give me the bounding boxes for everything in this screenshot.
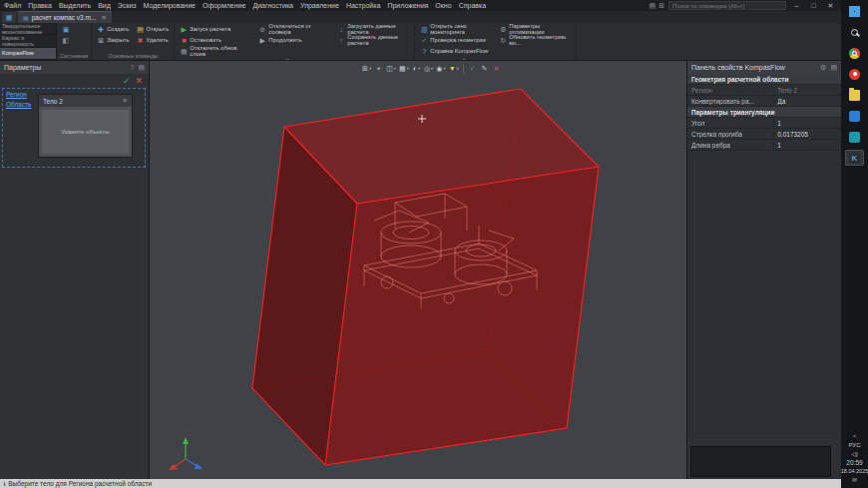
- ribbon-btn-optimization-params[interactable]: ⚙Параметры оптимизации: [497, 24, 573, 35]
- cancel-button[interactable]: ✕: [135, 76, 143, 86]
- menu-item-2[interactable]: Выделить: [59, 2, 91, 9]
- taskbar-icon-file-explorer[interactable]: [845, 87, 864, 103]
- property-value[interactable]: 0.0173205: [773, 131, 841, 138]
- ribbon-btn-kompasflow-help[interactable]: ?Справка KompasFlow: [418, 46, 494, 57]
- instrument-tab-каркас-и-поверхность[interactable]: Каркас и поверхность: [0, 35, 56, 47]
- menu-item-3[interactable]: Вид: [98, 2, 111, 9]
- menu-item-8[interactable]: Управление: [300, 2, 339, 9]
- ribbon-btn-open-project[interactable]: ▤Открыть: [135, 24, 172, 35]
- minimize-button[interactable]: –: [790, 2, 803, 9]
- menu-item-11[interactable]: Окно: [435, 2, 451, 9]
- maximize-button[interactable]: □: [807, 2, 820, 9]
- body-card[interactable]: Тело 2 ✕ Укажите объекты: [38, 94, 133, 158]
- menu-item-5[interactable]: Моделирование: [144, 2, 196, 9]
- property-value[interactable]: Да: [773, 98, 841, 105]
- frame-select-icon[interactable]: ⊞▾: [361, 63, 372, 74]
- scene-canvas[interactable]: [150, 61, 686, 479]
- ribbon-btn-continue-calculation[interactable]: ▶Продолжить: [256, 35, 332, 46]
- taskbar-icon-app-red[interactable]: [845, 66, 864, 82]
- taskbar-icon-browser[interactable]: [845, 45, 864, 61]
- help-icon[interactable]: ?: [130, 64, 134, 72]
- viewport-3d[interactable]: ⊞▾⌖◫▾▦▾◐▾◎▾◉▾▼▾✓✎✕: [150, 61, 686, 479]
- locate-icon[interactable]: ⌖: [373, 63, 384, 74]
- ribbon-btn-load-calc-data[interactable]: ↓Загрузить данные расчета: [335, 24, 411, 35]
- parameters-panel-header-icons: ?▤: [130, 64, 145, 72]
- document-tab-close-icon[interactable]: ✕: [101, 14, 106, 22]
- menu-item-7[interactable]: Диагностика: [252, 2, 293, 9]
- language-indicator[interactable]: РУС: [848, 442, 860, 448]
- tray-expand-icon[interactable]: ^: [853, 434, 856, 440]
- command-search-input[interactable]: [668, 1, 786, 10]
- link-oblast[interactable]: Область: [6, 101, 32, 108]
- menu-item-4[interactable]: Эскиз: [118, 2, 137, 9]
- menu-item-6[interactable]: Оформление: [203, 2, 245, 9]
- menu-item-1[interactable]: Правка: [28, 2, 52, 9]
- gear-icon[interactable]: ⚙: [820, 64, 826, 72]
- kompas-3d-icon: [849, 153, 860, 164]
- panel-menu-icon[interactable]: ▤: [138, 64, 145, 72]
- ribbon-btn-run-calculation[interactable]: ▶Запуск расчета: [178, 24, 253, 35]
- ribbon-btn-check-geometry[interactable]: ✓Проверка геометрии: [418, 35, 494, 46]
- property-section: Параметры триангуляции: [687, 107, 841, 118]
- apply-button[interactable]: ✓: [123, 76, 131, 86]
- ribbon-btn-system-panel[interactable]: ▣: [60, 24, 88, 35]
- edit-sketch-icon[interactable]: ✎: [479, 63, 490, 74]
- app-menu-icon[interactable]: ▦: [2, 12, 16, 23]
- confirm-icon[interactable]: ✓: [467, 63, 478, 74]
- property-row: Угол1: [687, 118, 841, 129]
- instrument-tab-kompasflow[interactable]: KompasFlow: [0, 48, 56, 60]
- stop-calculation-icon: ■: [180, 37, 188, 45]
- system-tree-icon: ◧: [62, 37, 70, 45]
- clock-date[interactable]: 18.04.2025: [841, 468, 868, 474]
- menu-item-9[interactable]: Настройка: [346, 2, 380, 9]
- display-mode-icon[interactable]: ◫▾: [385, 63, 397, 74]
- menu-item-0[interactable]: Файл: [4, 2, 21, 9]
- ribbon-btn-create-project[interactable]: ✚Создать: [95, 24, 131, 35]
- ribbon-btn-system-tree[interactable]: ◧: [60, 35, 88, 46]
- volume-icon[interactable]: ◁): [851, 450, 858, 457]
- ribbon-btn-save-calc-data[interactable]: ↑Сохранить данные расчета: [335, 35, 411, 46]
- filter-funnel-icon[interactable]: ▼▾: [448, 63, 460, 74]
- orientation-icon[interactable]: ◎▾: [423, 63, 434, 74]
- property-label: Длина ребра: [687, 142, 773, 149]
- close-button[interactable]: ✕: [824, 2, 837, 10]
- document-tab[interactable]: ▤ расчет компас v3.m... ✕: [18, 11, 112, 23]
- menu-tool-icon-0[interactable]: ▤: [650, 2, 656, 10]
- property-value[interactable]: Тело 2: [773, 87, 841, 94]
- ribbon-btn-disconnect-solver[interactable]: ⊘Отключиться от солвера: [256, 24, 332, 35]
- property-value[interactable]: 1: [773, 120, 841, 127]
- main-column: ФайлПравкаВыделитьВидЭскизМоделированиеО…: [0, 0, 841, 488]
- os-taskbar: ^ РУС ◁) 20:59 18.04.2025 ✉: [841, 0, 868, 488]
- abort-icon[interactable]: ✕: [491, 63, 502, 74]
- property-value[interactable]: 1: [773, 142, 841, 149]
- ribbon-btn-open-monitoring[interactable]: ▥Открыть окно мониторинга: [418, 24, 494, 35]
- computational-domain-cube[interactable]: [252, 89, 599, 465]
- body-card-close-icon[interactable]: ✕: [123, 97, 128, 105]
- clock-time[interactable]: 20:59: [846, 459, 862, 466]
- notifications-icon[interactable]: ✉: [852, 476, 857, 483]
- taskbar-icon-app-teal[interactable]: [845, 129, 864, 145]
- body-card-hint: Укажите объекты: [42, 110, 129, 154]
- shading-mode-icon[interactable]: ◐▾: [411, 63, 422, 74]
- parameters-toolbar: ✓ ✕: [0, 74, 149, 87]
- taskbar-icon-app-blue[interactable]: [845, 108, 864, 124]
- workspace: Параметры ?▤ ✓ ✕ РегионОбласть Тело 2 ✕: [0, 61, 841, 479]
- taskbar-icon-start[interactable]: [845, 3, 864, 19]
- ribbon-btn-toggle-layers[interactable]: ▦Отключить обнов. слоев: [178, 46, 253, 57]
- ribbon-btn-update-geometry[interactable]: ↻Обновить геометрию мо...: [497, 35, 573, 46]
- menu-tool-icon-1[interactable]: ⊞: [658, 2, 664, 10]
- ribbon-btn-close-project[interactable]: ⊠Закрыть: [95, 35, 131, 46]
- panel-options-icon[interactable]: ▤: [830, 64, 837, 72]
- properties-table: Геометрия расчетной областиРегионТело 2К…: [687, 74, 841, 151]
- taskbar-icon-search[interactable]: [845, 24, 864, 40]
- link-region[interactable]: Регион: [6, 91, 32, 98]
- open-monitoring-icon: ▥: [420, 26, 428, 34]
- instrument-tab-твердотельное-моделирование[interactable]: Твердотельное моделирование: [0, 23, 56, 35]
- ribbon-btn-stop-calculation[interactable]: ■Остановить: [178, 35, 253, 46]
- mesh-view-icon[interactable]: ▦▾: [398, 63, 410, 74]
- taskbar-icon-kompas-3d[interactable]: [845, 150, 864, 166]
- ribbon-btn-delete-project[interactable]: ✖Удалить: [135, 35, 172, 46]
- menu-item-10[interactable]: Приложения: [387, 2, 428, 9]
- visibility-icon[interactable]: ◉▾: [435, 63, 446, 74]
- menu-item-12[interactable]: Справка: [459, 2, 486, 9]
